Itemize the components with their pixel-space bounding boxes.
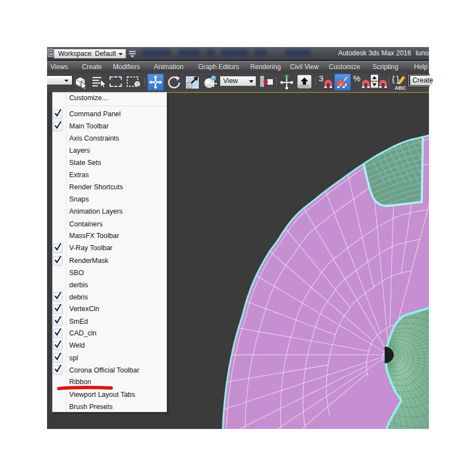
svg-text:ABC: ABC <box>395 85 406 91</box>
svg-text:{ }: { } <box>392 74 399 84</box>
